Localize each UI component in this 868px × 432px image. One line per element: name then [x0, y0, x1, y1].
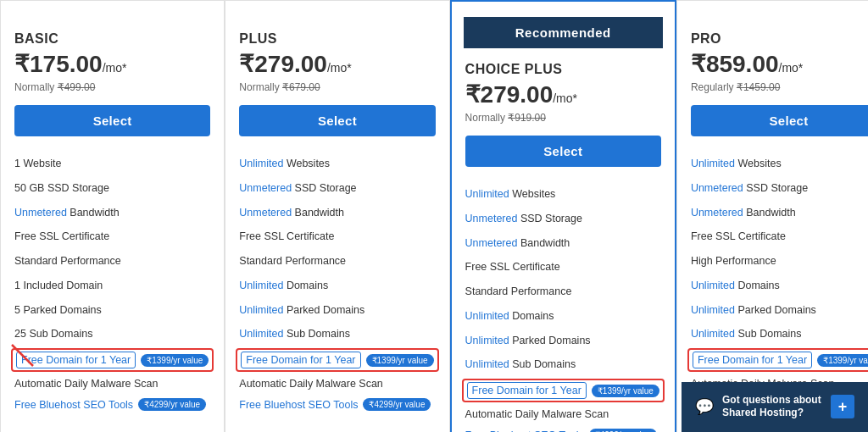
- feature-item: Unmetered Bandwidth: [14, 201, 210, 225]
- chat-icon: 💬: [695, 397, 714, 416]
- select-button-pro[interactable]: Select: [691, 105, 868, 136]
- feature-item: Unlimited Websites: [239, 152, 435, 176]
- free-domain-text-plus: Free Domain for 1 Year: [241, 352, 360, 368]
- plan-name-basic: BASIC: [14, 31, 210, 47]
- feature-item: 25 Sub Domains: [14, 322, 210, 346]
- feature-item: Unlimited Sub Domains: [465, 352, 661, 377]
- plan-col-plus: PLUS₹279.00/mo*Normally ₹679.00SelectUnl…: [225, 0, 449, 432]
- feature-item: 5 Parked Domains: [14, 298, 210, 323]
- seo-text-basic: Free Bluehost SEO Tools: [14, 399, 133, 411]
- plan-normal-pro: Regularly ₹1459.00: [691, 81, 868, 93]
- feature-item: Unlimited Parked Domains: [239, 298, 435, 323]
- plan-name-choice-plus: CHOICE PLUS: [465, 62, 661, 77]
- feature-list-basic: 1 Website50 GB SSD StorageUnmetered Band…: [14, 152, 210, 346]
- feature-list-pro: Unlimited WebsitesUnmetered SSD StorageU…: [691, 152, 868, 346]
- feature-item: 1 Website: [14, 152, 210, 176]
- feature-item: Unlimited Sub Domains: [239, 322, 435, 346]
- svg-line-0: [12, 345, 33, 366]
- free-domain-row-pro: Free Domain for 1 Year ₹1399/yr value: [687, 348, 868, 372]
- feature-item: Free SSL Certificate: [14, 224, 210, 249]
- select-button-basic[interactable]: Select: [14, 105, 210, 136]
- free-domain-badge-plus: ₹1399/yr value: [366, 354, 434, 367]
- plan-price-plus: ₹279.00/mo*: [239, 50, 435, 78]
- free-domain-badge-basic: ₹1399/yr value: [141, 354, 209, 367]
- feature-item: High Performance: [691, 249, 868, 274]
- plan-col-choice-plus: RecommendedCHOICE PLUS₹279.00/mo*Normall…: [450, 0, 676, 432]
- free-domain-text-pro: Free Domain for 1 Year: [693, 352, 812, 368]
- free-domain-row-choice-plus: Free Domain for 1 Year ₹1399/yr value: [462, 379, 665, 402]
- feature-item: Unmetered Bandwidth: [465, 231, 661, 256]
- seo-row-choice-plus: Free Bluehost SEO Tools ₹4299/yr value: [465, 424, 661, 432]
- plan-normal-basic: Normally ₹499.00: [14, 81, 210, 93]
- malware-row-plus: Automatic Daily Malware Scan: [239, 374, 435, 394]
- feature-item: 1 Included Domain: [14, 274, 210, 298]
- feature-item: Unmetered SSD Storage: [239, 176, 435, 201]
- malware-row-basic: Automatic Daily Malware Scan: [14, 374, 210, 394]
- plan-name-pro: PRO: [691, 31, 868, 47]
- feature-item: Free SSL Certificate: [691, 224, 868, 249]
- select-button-choice-plus[interactable]: Select: [465, 136, 661, 167]
- feature-item: Standard Performance: [465, 280, 661, 304]
- feature-item: Free SSL Certificate: [239, 224, 435, 249]
- feature-item: Unlimited Domains: [239, 274, 435, 298]
- plan-name-plus: PLUS: [239, 31, 435, 47]
- malware-row-choice-plus: Automatic Daily Malware Scan: [465, 404, 661, 424]
- seo-row-basic: Free Bluehost SEO Tools ₹4299/yr value: [14, 394, 210, 415]
- plan-col-basic: BASIC₹175.00/mo*Normally ₹499.00Select1 …: [0, 0, 225, 432]
- feature-item: 50 GB SSD Storage: [14, 176, 210, 201]
- feature-item: Unlimited Sub Domains: [691, 322, 868, 346]
- chat-bubble[interactable]: 💬 Got questions about Shared Hosting? +: [682, 382, 868, 432]
- select-button-plus[interactable]: Select: [239, 105, 435, 136]
- seo-badge-basic: ₹4299/yr value: [138, 398, 206, 411]
- free-domain-badge-choice-plus: ₹1399/yr value: [592, 385, 659, 397]
- plan-normal-choice-plus: Normally ₹919.00: [465, 112, 661, 124]
- feature-item: Standard Performance: [239, 249, 435, 274]
- feature-item: Unmetered Bandwidth: [239, 201, 435, 225]
- feature-item: Unlimited Websites: [691, 152, 868, 176]
- feature-item: Unlimited Websites: [465, 182, 661, 207]
- feature-item: Unmetered SSD Storage: [465, 207, 661, 231]
- free-domain-row-plus: Free Domain for 1 Year ₹1399/yr value: [236, 348, 438, 372]
- seo-text-plus: Free Bluehost SEO Tools: [239, 399, 358, 411]
- plan-price-choice-plus: ₹279.00/mo*: [465, 80, 661, 108]
- plan-price-basic: ₹175.00/mo*: [14, 50, 210, 78]
- feature-item: Unlimited Parked Domains: [691, 298, 868, 323]
- feature-list-plus: Unlimited WebsitesUnmetered SSD StorageU…: [239, 152, 435, 346]
- pricing-table: BASIC₹175.00/mo*Normally ₹499.00Select1 …: [0, 0, 868, 432]
- chat-plus-button[interactable]: +: [831, 395, 854, 418]
- seo-text-choice-plus: Free Bluehost SEO Tools: [465, 429, 584, 433]
- plan-col-pro: PRO₹859.00/mo*Regularly ₹1459.00SelectUn…: [676, 0, 868, 432]
- feature-item: Unlimited Domains: [465, 304, 661, 329]
- seo-badge-choice-plus: ₹4299/yr value: [589, 429, 657, 432]
- seo-badge-plus: ₹4299/yr value: [363, 398, 431, 411]
- feature-item: Unmetered Bandwidth: [691, 201, 868, 225]
- chat-text: Got questions about Shared Hosting?: [722, 394, 822, 420]
- feature-item: Unmetered SSD Storage: [691, 176, 868, 201]
- plan-price-pro: ₹859.00/mo*: [691, 50, 868, 78]
- recommended-badge: Recommended: [464, 17, 663, 48]
- arrow-icon: [8, 341, 42, 374]
- feature-item: Free SSL Certificate: [465, 255, 661, 280]
- seo-row-plus: Free Bluehost SEO Tools ₹4299/yr value: [239, 394, 435, 415]
- free-domain-text-choice-plus: Free Domain for 1 Year: [467, 382, 587, 399]
- plan-normal-plus: Normally ₹679.00: [239, 81, 435, 93]
- feature-item: Standard Performance: [14, 249, 210, 274]
- free-domain-badge-pro: ₹1399/yr value: [817, 354, 868, 367]
- feature-item: Unlimited Parked Domains: [465, 329, 661, 353]
- feature-item: Unlimited Domains: [691, 274, 868, 298]
- feature-list-choice-plus: Unlimited WebsitesUnmetered SSD StorageU…: [465, 182, 661, 377]
